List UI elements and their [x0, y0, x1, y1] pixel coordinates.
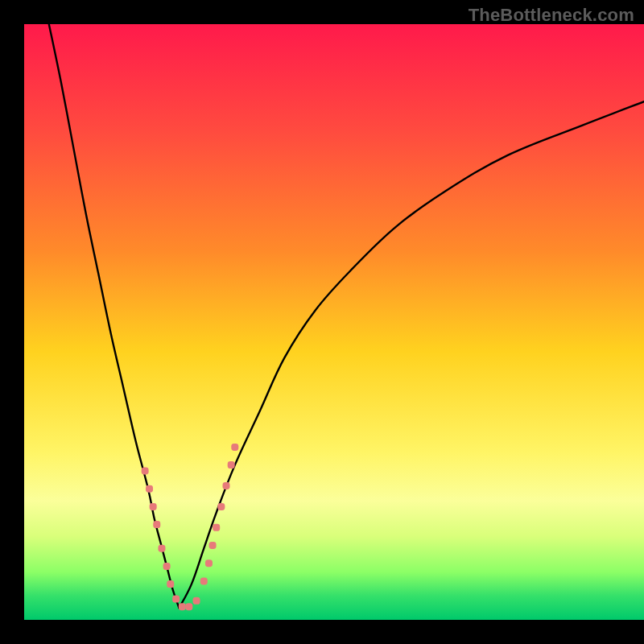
data-marker: [172, 596, 180, 603]
data-marker: [209, 542, 217, 549]
data-marker: [163, 563, 171, 570]
svg-rect-2: [24, 24, 644, 620]
data-marker: [217, 503, 225, 510]
data-marker: [146, 485, 153, 493]
watermark-text: TheBottleneck.com: [469, 5, 634, 26]
data-marker: [150, 503, 157, 510]
data-marker: [200, 577, 208, 584]
data-marker: [179, 603, 186, 610]
bottleneck-chart: [0, 0, 644, 644]
data-marker: [213, 524, 220, 531]
data-marker: [167, 580, 174, 588]
data-marker: [158, 545, 165, 552]
chart-stage: TheBottleneck.com: [0, 0, 644, 644]
data-marker: [231, 444, 238, 451]
data-marker: [142, 468, 149, 475]
data-marker: [205, 559, 213, 567]
data-marker: [153, 521, 160, 528]
data-marker: [228, 461, 235, 469]
data-marker: [223, 482, 230, 489]
data-marker: [185, 603, 192, 610]
data-marker: [193, 597, 200, 605]
